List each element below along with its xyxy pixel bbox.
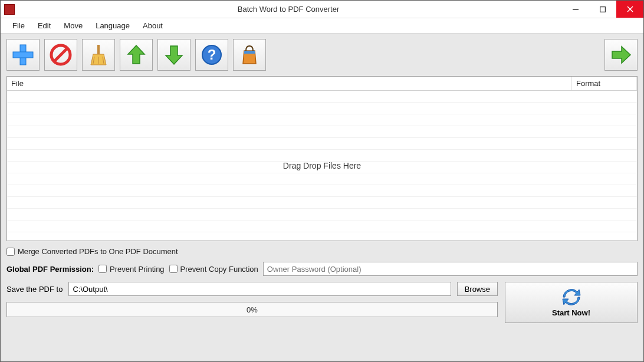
- progress-bar: 0%: [6, 302, 498, 317]
- merge-checkbox[interactable]: [6, 248, 15, 256]
- help-button[interactable]: ?: [195, 39, 228, 71]
- col-file[interactable]: File: [7, 77, 572, 90]
- list-header: File Format: [7, 77, 637, 91]
- arrow-up-icon: [125, 44, 147, 66]
- col-format[interactable]: Format: [572, 77, 637, 90]
- add-button[interactable]: [6, 39, 40, 71]
- list-body[interactable]: Drag Drop Files Here: [7, 91, 637, 241]
- menubar: File Edit Move Language About: [1, 18, 643, 34]
- svg-rect-14: [244, 51, 255, 54]
- move-down-button[interactable]: [157, 39, 190, 71]
- prevent-copy-label[interactable]: Prevent Copy Function: [169, 265, 258, 274]
- prevent-print-checkbox[interactable]: [98, 265, 107, 273]
- toolbar-spacer: [271, 39, 600, 71]
- prevent-copy-text: Prevent Copy Function: [180, 265, 258, 274]
- merge-checkbox-label[interactable]: Merge Converted PDFs to One PDF Document: [6, 247, 178, 256]
- start-button[interactable]: Start Now!: [505, 282, 638, 323]
- svg-rect-5: [13, 52, 33, 58]
- arrow-right-icon: [610, 44, 632, 66]
- bag-icon: [238, 44, 261, 66]
- close-button[interactable]: [616, 1, 643, 18]
- app-icon: [4, 4, 15, 15]
- shop-button[interactable]: [233, 39, 266, 71]
- svg-rect-1: [600, 6, 606, 12]
- permission-label: Global PDF Permission:: [6, 265, 94, 274]
- menu-move[interactable]: Move: [58, 19, 88, 32]
- window-title: Batch Word to PDF Converter: [15, 5, 562, 14]
- bottom-area: Save the PDF to Browse 0% Start Now!: [6, 282, 638, 323]
- clear-button[interactable]: [82, 39, 115, 71]
- browse-button[interactable]: Browse: [457, 282, 498, 296]
- menu-edit[interactable]: Edit: [32, 19, 57, 32]
- plus-icon: [12, 44, 34, 66]
- start-label: Start Now!: [552, 308, 590, 317]
- prevent-copy-checkbox[interactable]: [169, 265, 178, 273]
- question-icon: ?: [201, 44, 223, 66]
- broom-icon: [87, 44, 110, 66]
- menu-language[interactable]: Language: [90, 19, 136, 32]
- prevent-print-label[interactable]: Prevent Printing: [98, 265, 165, 274]
- remove-button[interactable]: [44, 39, 77, 71]
- menu-about[interactable]: About: [137, 19, 169, 32]
- menu-file[interactable]: File: [6, 19, 31, 32]
- save-label: Save the PDF to: [6, 285, 63, 294]
- permission-row: Global PDF Permission: Prevent Printing …: [6, 262, 638, 276]
- refresh-icon: [561, 288, 581, 306]
- titlebar: Batch Word to PDF Converter: [1, 1, 643, 18]
- maximize-icon: [600, 6, 606, 12]
- toolbar: ?: [1, 34, 643, 76]
- bottom-left: Save the PDF to Browse 0%: [6, 282, 498, 317]
- minimize-icon: [573, 6, 579, 12]
- prevent-print-text: Prevent Printing: [110, 265, 165, 274]
- owner-password-input[interactable]: [263, 262, 638, 276]
- svg-line-7: [54, 48, 67, 61]
- drop-hint: Drag Drop Files Here: [283, 161, 361, 170]
- move-up-button[interactable]: [120, 39, 153, 71]
- progress-text: 0%: [247, 305, 258, 314]
- no-entry-icon: [50, 44, 72, 66]
- minimize-button[interactable]: [562, 1, 589, 18]
- file-list[interactable]: File Format Drag Drop Files Here: [6, 76, 638, 241]
- maximize-button[interactable]: [589, 1, 616, 18]
- save-path-input[interactable]: [68, 282, 451, 296]
- merge-row: Merge Converted PDFs to One PDF Document: [6, 247, 638, 256]
- close-icon: [627, 6, 633, 12]
- save-row: Save the PDF to Browse: [6, 282, 498, 296]
- svg-rect-8: [97, 45, 100, 54]
- svg-text:?: ?: [208, 47, 216, 62]
- merge-text: Merge Converted PDFs to One PDF Document: [18, 247, 178, 256]
- window-controls: [562, 1, 643, 18]
- app-window: Batch Word to PDF Converter File Edit Mo…: [0, 0, 644, 362]
- go-button[interactable]: [604, 39, 638, 71]
- arrow-down-icon: [163, 44, 185, 66]
